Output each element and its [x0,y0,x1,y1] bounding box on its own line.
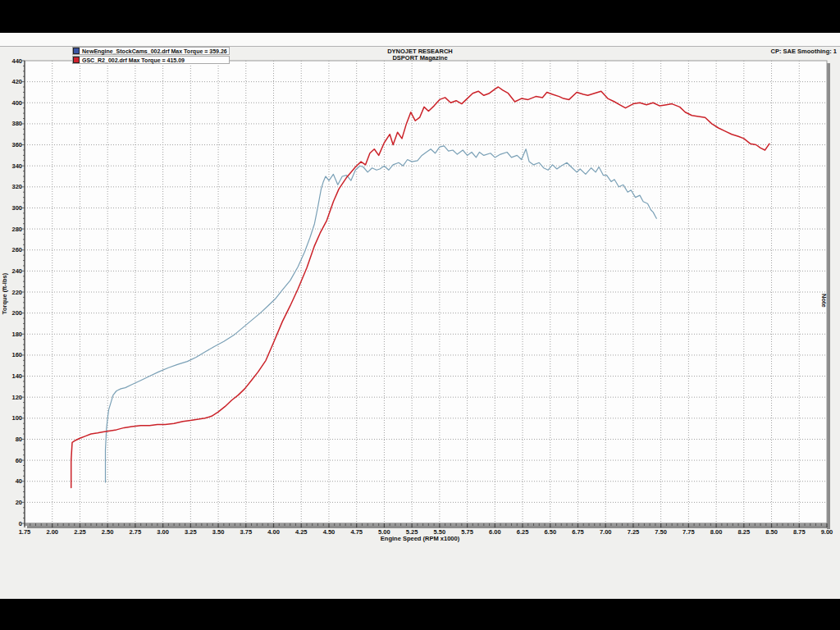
top-letterbox-bar [0,0,840,33]
svg-text:420: 420 [11,78,22,85]
svg-text:340: 340 [11,162,22,170]
svg-text:280: 280 [11,226,22,233]
svg-text:20: 20 [16,499,22,506]
chart-subtitle: DSPORT Magazine [0,54,840,62]
dyno-chart[interactable]: 1.752.002.252.502.753.003.253.503.754.00… [0,33,840,599]
svg-text:200: 200 [11,309,22,317]
svg-text:360: 360 [11,141,22,148]
svg-text:240: 240 [11,267,22,275]
svg-text:220: 220 [11,289,22,296]
smoothing-info: CP: SAE Smoothing: 1 [771,48,837,55]
svg-text:60: 60 [16,457,22,464]
svg-text:260: 260 [11,246,22,253]
torque-axis-label: Torque (ft-lbs) [2,269,8,318]
svg-text:300: 300 [11,204,22,212]
note-label: Note [820,294,827,308]
svg-text:80: 80 [16,436,22,443]
svg-text:40: 40 [16,477,22,485]
svg-text:320: 320 [11,183,22,190]
bottom-letterbox-bar [0,599,840,630]
svg-text:380: 380 [11,120,22,127]
svg-text:160: 160 [11,351,22,358]
svg-text:400: 400 [11,99,22,107]
svg-text:140: 140 [11,372,22,380]
svg-text:100: 100 [11,414,22,422]
svg-text:180: 180 [11,331,22,338]
dyno-page: 1.752.002.252.502.753.003.253.503.754.00… [0,33,840,599]
rpm-axis-label: Engine Speed (RPM x1000) [0,535,840,542]
svg-text:120: 120 [11,394,22,401]
